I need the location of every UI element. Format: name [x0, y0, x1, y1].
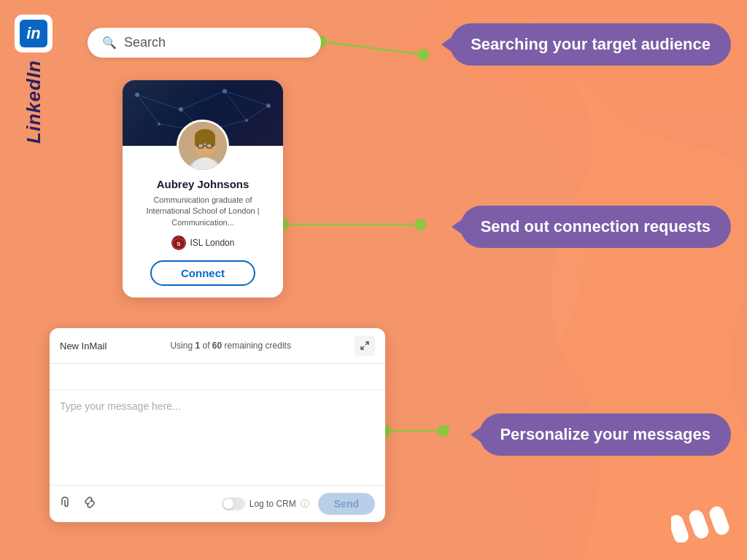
- inmail-title: New InMail: [60, 341, 107, 351]
- inmail-footer: Log to CRM ⓘ Send: [50, 485, 385, 522]
- inmail-expand-button[interactable]: [355, 335, 375, 356]
- connect-button[interactable]: Connect: [150, 260, 255, 286]
- link-icon[interactable]: [83, 496, 96, 512]
- profile-avatar: [177, 120, 229, 172]
- log-crm-toggle[interactable]: [222, 497, 245, 510]
- inmail-header: New InMail Using 1 of 60 remaining credi…: [50, 328, 385, 364]
- svg-point-25: [245, 119, 248, 122]
- profile-company: S ISL London: [134, 236, 271, 250]
- linkedin-logo: in LinkedIn: [15, 15, 53, 144]
- profile-description: Communication graduate of International …: [134, 195, 271, 228]
- svg-rect-42: [708, 506, 729, 537]
- crm-info-icon: ⓘ: [301, 498, 309, 510]
- attachment-icon[interactable]: [60, 496, 73, 512]
- profile-card: Aubrey Johnsons Communication graduate o…: [123, 80, 283, 298]
- brand-mark: [671, 506, 729, 545]
- log-crm-container: Log to CRM ⓘ: [222, 497, 309, 510]
- toggle-knob: [223, 499, 233, 509]
- svg-line-1: [321, 42, 423, 55]
- svg-line-17: [247, 106, 268, 120]
- svg-text:S: S: [177, 241, 181, 247]
- profile-name: Aubrey Johnsons: [134, 178, 271, 190]
- search-bar-container: 🔍 Search: [88, 28, 321, 58]
- svg-point-19: [135, 93, 139, 97]
- inmail-footer-left: [60, 496, 96, 512]
- label-bubble-3: Personalize your messages: [479, 413, 731, 456]
- svg-point-22: [266, 104, 271, 108]
- linkedin-text: LinkedIn: [23, 60, 45, 144]
- search-icon: 🔍: [102, 36, 117, 50]
- svg-line-12: [225, 91, 268, 106]
- svg-line-11: [181, 91, 225, 109]
- svg-rect-32: [211, 135, 215, 147]
- log-crm-label: Log to CRM: [249, 499, 296, 509]
- svg-point-9: [438, 425, 449, 437]
- company-icon: S: [171, 236, 186, 250]
- svg-line-16: [225, 91, 247, 120]
- inmail-credits: Using 1 of 60 remaining credits: [170, 341, 291, 351]
- search-bar[interactable]: 🔍 Search: [88, 28, 321, 58]
- svg-point-20: [179, 107, 183, 112]
- svg-point-6: [414, 219, 426, 230]
- inmail-body[interactable]: Type your message here...: [50, 390, 385, 485]
- label-bubble-1: Searching your target audience: [450, 23, 731, 66]
- svg-rect-31: [195, 135, 199, 147]
- inmail-panel: New InMail Using 1 of 60 remaining credi…: [50, 328, 385, 522]
- svg-line-10: [137, 95, 181, 109]
- svg-point-21: [222, 89, 227, 93]
- inmail-subject-area[interactable]: [50, 364, 385, 390]
- linkedin-icon-box: in: [15, 15, 53, 52]
- linkedin-icon: in: [20, 20, 47, 47]
- search-placeholder: Search: [124, 35, 166, 50]
- svg-point-3: [417, 49, 429, 61]
- svg-point-23: [158, 122, 160, 125]
- svg-line-14: [137, 95, 159, 124]
- inmail-footer-right: Log to CRM ⓘ Send: [222, 493, 375, 515]
- company-name: ISL London: [190, 238, 235, 248]
- send-button[interactable]: Send: [318, 493, 375, 515]
- svg-rect-41: [687, 508, 711, 540]
- svg-rect-40: [671, 513, 691, 542]
- profile-card-header: [123, 80, 283, 146]
- label-bubble-2: Send out connection requests: [460, 206, 731, 248]
